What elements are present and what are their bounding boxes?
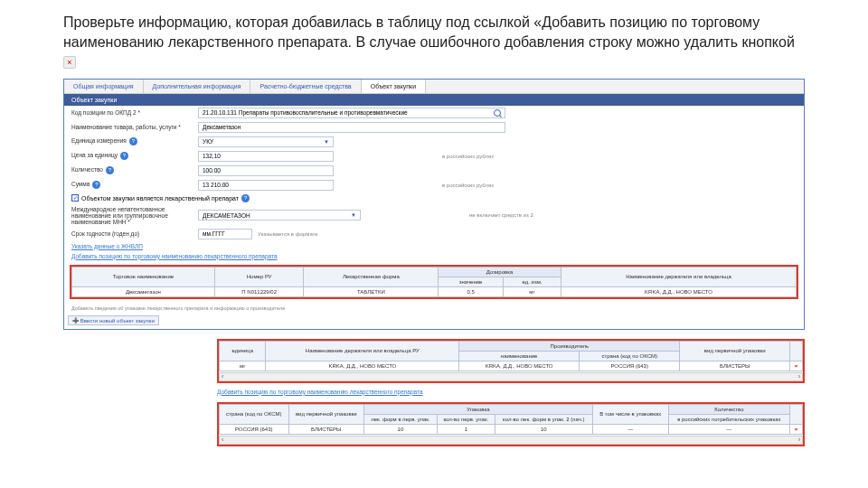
drug-checkbox[interactable]: ✓: [71, 194, 79, 202]
th-prod-name: наименование: [459, 351, 580, 361]
th-dose-val: значение: [439, 277, 504, 286]
main-panel: Общая информация Дополнительная информац…: [63, 79, 805, 330]
name-input[interactable]: Дексаметазон: [198, 122, 505, 133]
th-pack2: вид первичной упаковки: [288, 404, 363, 424]
hscrollbar[interactable]: ‹›: [219, 372, 803, 381]
tab-object[interactable]: Объект закупки: [362, 80, 426, 93]
th-pack: вид первичной упаковки: [680, 341, 790, 361]
th-dose-unit: ед. изм.: [504, 277, 561, 286]
unit-select[interactable]: УКУ▼: [198, 136, 334, 147]
chevron-down-icon: ▼: [324, 139, 329, 145]
th-holder: Наименование держателя или владельца: [561, 267, 796, 286]
help-icon[interactable]: ?: [92, 181, 100, 189]
add-new-object-button[interactable]: ➕ Ввести новый объект закупки: [68, 315, 159, 325]
sum-input[interactable]: 13 210.00: [198, 180, 334, 191]
okpd-input[interactable]: 21.20.10.131 Препараты противовоспалител…: [198, 108, 505, 118]
sum-hint: в российских рублях: [442, 183, 494, 188]
jnvlp-link[interactable]: Указать данные о ЖНВЛП: [71, 243, 143, 249]
tab-budget[interactable]: Расчетно-бюджетные средства: [250, 80, 361, 93]
th-c7: в российских потребительских упаковках: [668, 414, 789, 424]
sum-label: Сумма?: [71, 181, 198, 189]
th-inpack: В том числе в упаковках: [592, 404, 668, 424]
okpd-label: Код позиции по ОКПД 2 *: [71, 109, 198, 116]
th-unit: единица: [220, 341, 266, 361]
unit-label: Единица измерения?: [71, 137, 198, 145]
sub-note: Добавить сведения об упаковке лекарствен…: [64, 305, 804, 312]
name-label: Наименование товара, работы, услуги *: [71, 124, 198, 130]
packaging-table: страна (код по ОКСМ) вид первичной упако…: [217, 402, 805, 446]
price-input[interactable]: 132,10: [198, 151, 334, 162]
th-c3: лек. форм в перв. упак.: [363, 414, 437, 424]
exp-hint: Указывается в формате: [258, 231, 318, 237]
chevron-down-icon: ▼: [351, 212, 356, 218]
mnn-label: Международное непатентованное наименован…: [71, 206, 198, 225]
scroll-right-icon: ›: [798, 373, 800, 380]
th-c4: кол-во перв. упак.: [437, 414, 495, 424]
tab-general[interactable]: Общая информация: [64, 80, 144, 93]
help-icon[interactable]: ?: [241, 194, 250, 202]
page-instruction: Проверьте информацию, которая добавилась…: [0, 0, 868, 79]
th-country: страна (код по ОКСМ): [579, 351, 679, 361]
scroll-left-icon: ‹: [222, 436, 223, 443]
producer-table: единица Наименование держателя или владе…: [217, 339, 805, 383]
price-label: Цена за единицу?: [71, 152, 198, 160]
exp-input[interactable]: мм.ГГГГ: [198, 229, 252, 239]
qty-input[interactable]: 100.00: [198, 165, 334, 176]
th-ru: Номер РУ: [214, 267, 304, 286]
th-country2: страна (код по ОКСМ): [220, 404, 289, 424]
th-producer-group: Производитель: [459, 341, 680, 351]
help-icon[interactable]: ?: [106, 166, 114, 174]
th-pack-group: Упаковка: [363, 404, 592, 414]
price-hint: в российских рублях: [442, 154, 494, 159]
delete-row-icon: ×: [63, 56, 76, 69]
th-qty-group: Количество: [668, 404, 789, 414]
table-row[interactable]: Дексаметазон П N011229/02 ТАБЛЕТКИ 0,5 м…: [72, 286, 797, 296]
tab-additional[interactable]: Дополнительная информация: [144, 80, 251, 93]
th-trade: Торговое наименование: [72, 267, 215, 286]
mnn-hint: не включает средств из 2: [469, 212, 533, 218]
trade-name-table: Торговое наименование Номер РУ Лекарстве…: [70, 265, 798, 299]
tab-bar: Общая информация Дополнительная информац…: [64, 80, 804, 94]
table-row[interactable]: РОССИЯ (643) БЛИСТЕРЫ 10 1 10 — — ×: [220, 424, 803, 434]
delete-row-icon[interactable]: ×: [795, 363, 798, 369]
exp-label: Срок годности (годен до): [71, 230, 198, 237]
mnn-select[interactable]: ДЕКСАМЕТАЗОН▼: [198, 210, 361, 221]
help-icon[interactable]: ?: [120, 152, 128, 160]
table-row[interactable]: мг KRKA, Д.Д., НОВО МЕСТО KRKA, Д.Д., НО…: [220, 361, 803, 371]
qty-label: Количество?: [71, 166, 198, 174]
search-icon[interactable]: [494, 109, 501, 117]
delete-row-icon[interactable]: ×: [795, 427, 798, 432]
scroll-left-icon: ‹: [222, 373, 223, 380]
section-header: Объект закупки: [64, 94, 804, 106]
add-link-row: Добавить позицию по торговому наименован…: [217, 389, 805, 395]
scroll-right-icon: ›: [798, 436, 800, 443]
hscrollbar[interactable]: ‹›: [219, 436, 803, 445]
help-icon[interactable]: ?: [129, 137, 137, 145]
add-trade-position-link[interactable]: Добавить позицию по торговому наименован…: [71, 253, 278, 259]
drug-checkbox-label: Объектом закупки является лекарственный …: [81, 195, 239, 202]
th-holder2: Наименование держателя или владельца РУ: [266, 341, 459, 361]
th-dose-group: Дозировка: [439, 267, 561, 277]
add-trade-position-link-2[interactable]: Добавить позицию по торговому наименован…: [217, 389, 423, 395]
th-form: Лекарственная форма: [304, 267, 439, 286]
th-c5: кол-во лек. форм в упак. 2 (пач.): [495, 414, 592, 424]
instruction-text: Проверьте информацию, которая добавилась…: [63, 14, 795, 50]
